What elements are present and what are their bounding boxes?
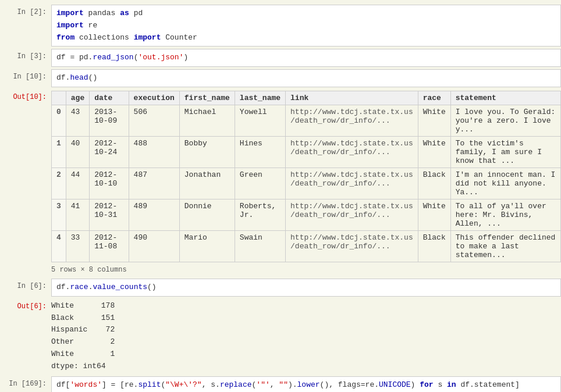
col-header-last-name: last_name	[235, 91, 285, 105]
cell-statement: To all of ya'll over here: Mr. Bivins, A…	[450, 199, 560, 230]
cell-age: 43	[66, 105, 89, 136]
col-header-index	[52, 91, 66, 105]
cell-out10-content: age date execution first_name last_name …	[51, 90, 561, 276]
cell-link: http://www.tdcj.state.tx.us/death_row/dr…	[286, 168, 418, 199]
cell-last-name: Hines	[235, 136, 285, 168]
cell-in169-label: In [169]:	[0, 376, 51, 389]
cell-statement: This offender declined to make a last st…	[450, 230, 560, 262]
cell-execution: 506	[129, 105, 179, 136]
col-header-statement: statement	[450, 91, 560, 105]
code-line: from collections import Counter	[56, 32, 556, 44]
cell-last-name: Swain	[235, 230, 285, 262]
col-header-first-name: first_name	[179, 91, 235, 105]
col-header-date: date	[90, 91, 129, 105]
value-counts-output: White 178 Black 151 Hispanic 72 Other 2 …	[51, 300, 561, 373]
cell-link: http://www.tdcj.state.tx.us/death_row/dr…	[286, 136, 418, 168]
cell-race: Black	[418, 230, 450, 262]
cell-last-name: Green	[235, 168, 285, 199]
cell-age: 40	[66, 136, 89, 168]
cell-link: http://www.tdcj.state.tx.us/death_row/dr…	[286, 199, 418, 230]
code-line: df.head()	[56, 72, 556, 84]
cell-first-name: Michael	[179, 105, 235, 136]
cell-in3-content[interactable]: df = pd.read_json('out.json')	[51, 49, 561, 67]
cell-out10: Out[10]: age date execution first_name l…	[0, 90, 561, 276]
row-index: 2	[52, 168, 66, 199]
cell-in2-content[interactable]: import pandas as pd import re from colle…	[51, 5, 561, 47]
cell-in169: In [169]: df['words'] = [re.split("\W+\'…	[0, 376, 561, 392]
cell-race: White	[418, 105, 450, 136]
cell-last-name: Roberts,Jr.	[235, 199, 285, 230]
cell-date: 2012-11-08	[90, 230, 129, 262]
row-index: 0	[52, 105, 66, 136]
table-row: 1 40 2012-10-24 488 Bobby Hines http://w…	[52, 136, 561, 168]
cell-race: White	[418, 199, 450, 230]
code-line: import re	[56, 20, 556, 32]
cell-date: 2012-10-31	[90, 199, 129, 230]
cell-in6-content[interactable]: df.race.value_counts()	[51, 279, 561, 297]
cell-link: http://www.tdcj.state.tx.us/death_row/dr…	[286, 230, 418, 262]
cell-date: 2013-10-09	[90, 105, 129, 136]
table-row: 2 44 2012-10-10 487 Jonathan Green http:…	[52, 168, 561, 199]
cell-in2-label: In [2]:	[0, 5, 51, 17]
cell-in3: In [3]: df = pd.read_json('out.json')	[0, 49, 561, 67]
code-line: df.race.value_counts()	[56, 281, 556, 294]
cell-out6: Out[6]: White 178 Black 151 Hispanic 72 …	[0, 299, 561, 374]
cell-execution: 490	[129, 230, 179, 262]
code-line: df = pd.read_json('out.json')	[56, 52, 556, 64]
cell-date: 2012-10-24	[90, 136, 129, 168]
cell-execution: 489	[129, 199, 179, 230]
cell-first-name: Jonathan	[179, 168, 235, 199]
cell-race: White	[418, 136, 450, 168]
cell-age: 44	[66, 168, 89, 199]
code-line: import pandas as pd	[56, 8, 556, 20]
table-row: 0 43 2013-10-09 506 Michael Yowell http:…	[52, 105, 561, 136]
cell-in6: In [6]: df.race.value_counts()	[0, 279, 561, 297]
col-header-race: race	[418, 91, 450, 105]
cell-race: Black	[418, 168, 450, 199]
cell-statement: To the victim's family, I am sure I know…	[450, 136, 560, 168]
cell-date: 2012-10-10	[90, 168, 129, 199]
row-index: 3	[52, 199, 66, 230]
cell-in169-content[interactable]: df['words'] = [re.split("\W+\'?", s.repl…	[51, 376, 561, 392]
table-row: 4 33 2012-11-08 490 Mario Swain http://w…	[52, 230, 561, 262]
col-header-age: age	[66, 91, 89, 105]
row-index: 4	[52, 230, 66, 262]
cell-execution: 487	[129, 168, 179, 199]
cell-in2: In [2]: import pandas as pd import re fr…	[0, 5, 561, 47]
cell-statement: I love you. To Gerald: you're a zero. I …	[450, 105, 560, 136]
col-header-link: link	[286, 91, 418, 105]
cell-last-name: Yowell	[235, 105, 285, 136]
cell-in10-content[interactable]: df.head()	[51, 69, 561, 87]
cell-link: http://www.tdcj.state.tx.us/death_row/dr…	[286, 105, 418, 136]
cell-execution: 488	[129, 136, 179, 168]
dataframe-table: age date execution first_name last_name …	[51, 91, 561, 262]
cell-age: 41	[66, 199, 89, 230]
cell-out6-content: White 178 Black 151 Hispanic 72 Other 2 …	[51, 299, 561, 374]
table-row: 3 41 2012-10-31 489 Donnie Roberts,Jr. h…	[52, 199, 561, 230]
cell-statement: I'm an innocent man. I did not kill anyo…	[450, 168, 560, 199]
cell-out10-label: Out[10]:	[0, 90, 51, 102]
row-index: 1	[52, 136, 66, 168]
cell-first-name: Bobby	[179, 136, 235, 168]
cell-in10: In [10]: df.head()	[0, 69, 561, 87]
cell-out6-label: Out[6]:	[0, 299, 51, 312]
cell-in6-label: In [6]:	[0, 279, 51, 291]
code-line: df['words'] = [re.split("\W+\'?", s.repl…	[56, 379, 556, 391]
cell-in10-label: In [10]:	[0, 69, 51, 82]
col-header-execution: execution	[129, 91, 179, 105]
cell-first-name: Mario	[179, 230, 235, 262]
cell-first-name: Donnie	[179, 199, 235, 230]
cell-age: 33	[66, 230, 89, 262]
row-info: 5 rows × 8 columns	[51, 262, 561, 275]
cell-in3-label: In [3]:	[0, 49, 51, 62]
notebook: In [2]: import pandas as pd import re fr…	[0, 0, 561, 392]
